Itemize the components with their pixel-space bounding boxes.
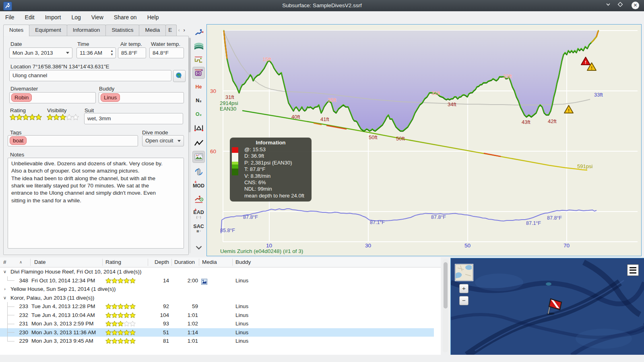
dive-number: 231: [16, 319, 28, 328]
tab-bar: NotesEquipmentInformationStatisticsMedia…: [3, 25, 187, 36]
collapse-icon[interactable]: ∨: [2, 294, 8, 302]
pressure-start-label: 2914psi: [220, 100, 238, 106]
buddy-field[interactable]: Linus: [99, 92, 184, 103]
air-temp-field[interactable]: 85.8°F: [118, 47, 146, 58]
pressure-start-label: EAN30: [220, 106, 236, 112]
tab-scroll-right-icon[interactable]: ›: [182, 25, 187, 36]
dive-computer-label: Uemis Zurich (e04d0248) (#1 of 3): [220, 248, 303, 254]
deco-time-icon[interactable]: [192, 193, 205, 206]
dive-row[interactable]: 233Tue Jun 4, 2013 12:28 PM9259Linus: [0, 302, 434, 311]
menu-item-import[interactable]: Import: [40, 11, 66, 23]
dive-row[interactable]: 232Tue Jun 4, 2013 10:04 AM1041:01Linus: [0, 311, 434, 320]
helium-graph-icon[interactable]: He: [192, 80, 205, 93]
dive-buddy: Linus: [235, 276, 248, 285]
depth-max-label: 34ft: [448, 101, 456, 107]
tab-statistics[interactable]: Statistics: [105, 25, 139, 36]
water-temp-label: Water temp.: [151, 41, 180, 47]
buddy-tag[interactable]: Linus: [101, 93, 120, 102]
tab-media[interactable]: Media: [139, 25, 166, 36]
photos-icon[interactable]: [192, 151, 205, 163]
depth-axis-tick: 60: [210, 148, 216, 154]
sac-icon[interactable]: SAC▦◔: [192, 221, 205, 233]
dive-list-scrollbar[interactable]: [443, 259, 448, 352]
spinner-icons[interactable]: ▲▼: [110, 49, 114, 56]
location-field[interactable]: Ulong channel: [9, 70, 171, 81]
menu-item-share-on[interactable]: Share on: [109, 11, 142, 23]
dive-depth: 93: [145, 319, 169, 328]
menu-item-view[interactable]: View: [86, 11, 109, 23]
ruler-icon[interactable]: [192, 122, 205, 134]
close-icon[interactable]: ✕: [632, 2, 639, 9]
menu-item-log[interactable]: Log: [66, 11, 86, 23]
dc-ceiling-icon[interactable]: [192, 53, 205, 66]
dive-rating-stars: [105, 338, 136, 347]
dive-depth: 14: [145, 276, 169, 285]
dive-date: Mon Jun 3, 2013 9:45 AM: [31, 337, 93, 346]
depth-max-label: 40ft: [291, 114, 300, 120]
dive-row[interactable]: 348Fri Oct 10, 2014 12:34 PM142:00Linus: [0, 276, 434, 285]
dive-duration: 1:01: [169, 337, 198, 346]
tag-boat[interactable]: boat: [10, 136, 27, 145]
depth-axis-tick: 30: [210, 88, 216, 94]
menu-item-file[interactable]: File: [0, 11, 20, 23]
trip-label: Divi Flamingo House Reef, Fri Oct 10, 20…: [10, 267, 142, 276]
collapse-icon[interactable]: ∨: [2, 267, 8, 276]
menu-item-help[interactable]: Help: [142, 11, 164, 23]
menu-item-edit[interactable]: Edit: [20, 11, 40, 23]
zoom-in-button[interactable]: +: [459, 284, 469, 293]
tab-e[interactable]: E: [165, 25, 177, 36]
dive-buddy: Linus: [235, 302, 248, 311]
events-icon[interactable]: [192, 67, 205, 79]
dive-mode-select[interactable]: Open circuit: [142, 135, 184, 146]
dive-flag-marker[interactable]: [544, 296, 563, 317]
zoom-out-button[interactable]: −: [459, 296, 469, 305]
tab-notes[interactable]: Notes: [3, 25, 29, 36]
suit-label: Suit: [85, 107, 94, 113]
dive-duration: 1:01: [169, 311, 198, 320]
dive-date: Mon Jun 3, 2013 11:36 AM: [31, 328, 96, 337]
maximize-icon[interactable]: [616, 1, 625, 10]
dive-row[interactable]: 229Mon Jun 3, 2013 9:45 AM811:01Linus: [0, 337, 434, 346]
ead-icon[interactable]: +EAD(···): [192, 207, 205, 219]
time-axis-tick: 50: [464, 243, 471, 249]
nitrogen-graph-icon[interactable]: N₂: [192, 94, 205, 106]
dive-row[interactable]: 230Mon Jun 3, 2013 11:36 AM511:14Linus: [0, 328, 434, 337]
time-field[interactable]: 11:36 AM ▲▼: [76, 47, 116, 58]
dive-number: 229: [16, 337, 28, 346]
oxygen-graph-icon[interactable]: O₂: [192, 108, 205, 120]
water-temp-field[interactable]: 84.8°F: [149, 47, 184, 58]
tags-label: Tags: [10, 130, 22, 136]
tab-scroll-left-icon[interactable]: ‹: [176, 25, 182, 36]
divemaster-field[interactable]: Robin: [9, 92, 96, 103]
notes-textarea[interactable]: Unbelievable dive. Dozens and dozens of …: [8, 158, 184, 249]
svg-text:!: !: [585, 60, 586, 65]
info-row: T: 87.8°F: [230, 166, 312, 173]
tab-equipment[interactable]: Equipment: [29, 25, 67, 36]
rating-stars[interactable]: [10, 114, 42, 122]
dive-depth: 92: [145, 302, 169, 311]
dive-list-header[interactable]: # ∧ Date Rating Depth Duration Media Bud…: [0, 257, 441, 267]
map-menu-button[interactable]: [627, 264, 639, 276]
globe-button[interactable]: [173, 70, 186, 82]
dive-row[interactable]: 231Mon Jun 3, 2013 2:59 PM931:02Linus: [0, 319, 434, 328]
expand-icon[interactable]: ›: [2, 285, 8, 294]
tab-information[interactable]: Information: [67, 25, 106, 36]
minimize-icon[interactable]: [604, 1, 613, 10]
trip-row[interactable]: ∨Koror, Palau, Jun 2013 (11 dive(s)): [0, 294, 434, 302]
map-panel[interactable]: + −: [450, 258, 644, 355]
minimap[interactable]: [455, 264, 473, 281]
tags-field[interactable]: boat: [8, 135, 138, 146]
tank-bar-icon[interactable]: [192, 166, 205, 178]
mod-icon[interactable]: +MOD: [192, 179, 205, 191]
svg-text:!: !: [568, 108, 570, 113]
waves-icon[interactable]: [192, 40, 205, 52]
heart-rate-icon[interactable]: [192, 138, 205, 150]
scroll-down-icon[interactable]: [192, 241, 205, 253]
date-field[interactable]: Mon Jun 3, 2013: [9, 47, 72, 58]
dive-mode-icon[interactable]: [192, 27, 205, 39]
trip-row[interactable]: ›Yellow House, Sun Sep 21, 2014 (1 dive(…: [0, 285, 434, 294]
visibility-stars[interactable]: [47, 114, 79, 122]
divemaster-tag[interactable]: Robin: [11, 93, 32, 102]
trip-row[interactable]: ∨Divi Flamingo House Reef, Fri Oct 10, 2…: [0, 267, 434, 276]
suit-field[interactable]: wet, 3mm: [84, 113, 183, 124]
